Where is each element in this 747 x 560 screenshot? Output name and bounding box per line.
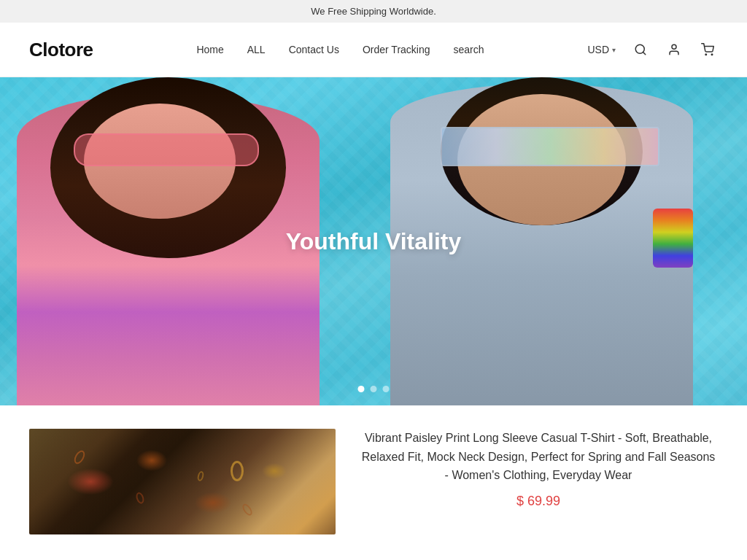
hero-dots (358, 386, 390, 392)
hero-banner: Youthful Vitality (0, 77, 747, 405)
earring-decoration (231, 461, 244, 481)
header-icons (630, 39, 718, 60)
nav-item-contact[interactable]: Contact Us (289, 44, 339, 55)
nav-item-home[interactable]: Home (196, 44, 223, 55)
hero-dot-2[interactable] (371, 386, 377, 392)
currency-label: USD (587, 44, 609, 55)
product-price: $ 69.99 (359, 494, 718, 509)
currency-arrow-icon: ▾ (612, 46, 616, 54)
product-section: Vibrant Paisley Print Long Sleeve Casual… (0, 405, 747, 558)
announcement-bar: We Free Shipping Worldwide. (0, 0, 747, 23)
hero-text: Youthful Vitality (286, 228, 462, 255)
hero-dot-1[interactable] (358, 386, 365, 392)
nav-item-all[interactable]: ALL (247, 44, 266, 55)
search-button[interactable] (630, 39, 651, 60)
product-title[interactable]: Vibrant Paisley Print Long Sleeve Casual… (359, 429, 718, 485)
svg-point-2 (672, 44, 676, 49)
cart-icon (701, 43, 714, 56)
account-button[interactable] (664, 39, 684, 60)
currency-selector[interactable]: USD ▾ (587, 44, 616, 55)
product-image[interactable] (29, 429, 336, 534)
product-info: Vibrant Paisley Print Long Sleeve Casual… (359, 429, 718, 509)
svg-line-1 (643, 52, 645, 54)
search-icon (634, 43, 647, 56)
hero-title: Youthful Vitality (286, 228, 462, 255)
main-nav: Home ALL Contact Us Order Tracking searc… (196, 44, 484, 55)
svg-point-4 (711, 54, 713, 55)
header: Clotore Home ALL Contact Us Order Tracki… (0, 23, 747, 77)
announcement-text: We Free Shipping Worldwide. (311, 6, 436, 17)
cart-button[interactable] (697, 39, 718, 60)
nav-item-order-tracking[interactable]: Order Tracking (363, 44, 430, 55)
account-icon (667, 43, 681, 56)
hero-dot-3[interactable] (383, 386, 390, 392)
logo[interactable]: Clotore (29, 39, 93, 61)
nav-item-search[interactable]: search (454, 44, 484, 55)
hero-background: Youthful Vitality (0, 77, 747, 405)
svg-point-3 (705, 54, 707, 55)
